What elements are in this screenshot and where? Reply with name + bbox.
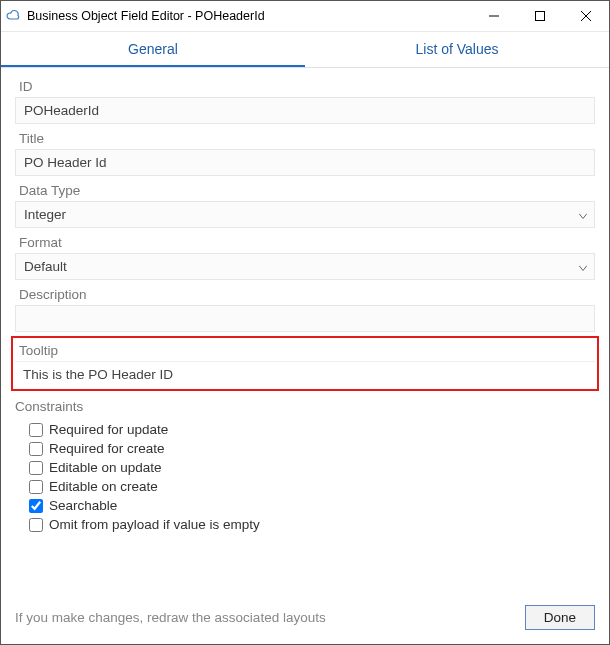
tab-list-of-values[interactable]: List of Values: [305, 32, 609, 67]
maximize-button[interactable]: [517, 1, 563, 32]
field-description: Description: [15, 284, 595, 332]
tab-general[interactable]: General: [1, 32, 305, 67]
tab-bar: General List of Values: [1, 32, 609, 68]
footer: If you make changes, redraw the associat…: [1, 595, 609, 644]
select-format[interactable]: [15, 253, 595, 280]
constraint-label: Editable on update: [49, 460, 162, 475]
constraint-label: Required for update: [49, 422, 168, 437]
window-title: Business Object Field Editor - POHeaderI…: [25, 9, 471, 23]
field-data-type: Data Type: [15, 180, 595, 228]
label-tooltip: Tooltip: [15, 340, 595, 361]
label-id: ID: [15, 76, 595, 97]
input-title[interactable]: [15, 149, 595, 176]
content-area: ID Title Data Type Format: [1, 68, 609, 595]
select-data-type[interactable]: [15, 201, 595, 228]
constraint-editable-update: Editable on update: [15, 458, 595, 477]
label-constraints: Constraints: [15, 395, 595, 420]
svg-rect-0: [536, 12, 545, 21]
checkbox-omit-payload[interactable]: [29, 518, 43, 532]
window-frame: Business Object Field Editor - POHeaderI…: [0, 0, 610, 645]
checkbox-editable-update[interactable]: [29, 461, 43, 475]
constraint-label: Omit from payload if value is empty: [49, 517, 260, 532]
input-id[interactable]: [15, 97, 595, 124]
constraint-omit-payload: Omit from payload if value is empty: [15, 515, 595, 534]
close-button[interactable]: [563, 1, 609, 32]
label-description: Description: [15, 284, 595, 305]
field-id: ID: [15, 76, 595, 124]
constraint-label: Required for create: [49, 441, 165, 456]
field-format: Format: [15, 232, 595, 280]
input-description[interactable]: [15, 305, 595, 332]
label-title: Title: [15, 128, 595, 149]
constraint-label: Editable on create: [49, 479, 158, 494]
titlebar: Business Object Field Editor - POHeaderI…: [1, 1, 609, 32]
app-cloud-icon: [1, 8, 25, 24]
done-button[interactable]: Done: [525, 605, 595, 630]
checkbox-required-update[interactable]: [29, 423, 43, 437]
constraint-label: Searchable: [49, 498, 117, 513]
constraint-required-update: Required for update: [15, 420, 595, 439]
field-title: Title: [15, 128, 595, 176]
checkbox-editable-create[interactable]: [29, 480, 43, 494]
checkbox-required-create[interactable]: [29, 442, 43, 456]
tooltip-highlight-box: Tooltip: [11, 336, 599, 391]
label-data-type: Data Type: [15, 180, 595, 201]
checkbox-searchable[interactable]: [29, 499, 43, 513]
field-tooltip: Tooltip: [15, 340, 595, 387]
constraint-searchable: Searchable: [15, 496, 595, 515]
label-format: Format: [15, 232, 595, 253]
minimize-button[interactable]: [471, 1, 517, 32]
constraint-editable-create: Editable on create: [15, 477, 595, 496]
input-tooltip[interactable]: [15, 361, 595, 387]
constraint-required-create: Required for create: [15, 439, 595, 458]
footer-hint: If you make changes, redraw the associat…: [15, 610, 515, 625]
